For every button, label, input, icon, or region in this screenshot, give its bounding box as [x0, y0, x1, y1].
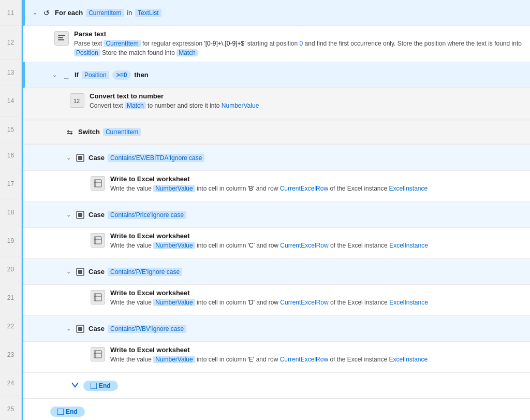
foreach-icon: ↺ [41, 8, 52, 18]
convert-desc: Convert text Match to number and store i… [90, 101, 524, 110]
end-switch-row: End [23, 373, 530, 399]
collapse-foreach[interactable]: ⌄ [31, 9, 38, 16]
case2-keyword: Case [89, 211, 105, 219]
line-num-21: 21 [0, 282, 21, 313]
case3-row: ⌄ Case Contains'P/E'Ignore case [23, 259, 530, 285]
parse-mid2: starting at position [247, 40, 300, 47]
svg-rect-20 [78, 327, 82, 331]
write-c-content: Write to Excel worksheet Write the value… [110, 232, 524, 250]
write-b-content: Write to Excel worksheet Write the value… [110, 175, 524, 193]
write-b-row: Write to Excel worksheet Write the value… [23, 171, 530, 202]
write-d-var1: NumberValue [153, 299, 195, 306]
parse-content: Parse text Parse text CurrentItem for re… [74, 30, 524, 57]
case4-icon [75, 324, 85, 334]
write-c-row2: CurrentExcelRow [280, 242, 328, 249]
write-b-col: 'B' [248, 185, 255, 192]
svg-rect-5 [78, 156, 82, 160]
if-keyword: If [75, 71, 79, 79]
collapse-if[interactable]: ⌄ [51, 71, 58, 78]
case2-header: ⌄ Case Contains'Price'Ignore case [23, 204, 530, 226]
parse-desc: Parse text CurrentItem for regular expre… [74, 39, 524, 57]
write-d-desc: Write the value NumberValue into cell in… [110, 298, 524, 307]
write-e-title: Write to Excel worksheet [110, 346, 524, 354]
svg-rect-6 [94, 180, 101, 187]
case3-icon [75, 267, 85, 277]
conv-pre: Convert text [90, 102, 123, 109]
line-num-20: 20 [0, 256, 21, 282]
parse-icon [54, 31, 69, 46]
svg-text:12: 12 [73, 98, 80, 104]
parse-matchvar: Match [176, 49, 198, 56]
if-var: Position [82, 71, 109, 79]
parse-var1: CurrentItem [104, 40, 140, 47]
collapse-case4[interactable]: ⌄ [65, 325, 72, 332]
convert-title: Convert text to number [90, 92, 524, 100]
write-e-content: Write to Excel worksheet Write the value… [110, 346, 524, 364]
write-d-inst: ExcelInstance [389, 299, 428, 306]
line-numbers: 11 12 13 14 15 16 17 18 19 20 21 22 23 2… [0, 0, 22, 420]
write-b-title: Write to Excel worksheet [110, 175, 524, 183]
collapse-case1[interactable]: ⌄ [65, 154, 72, 161]
line-num-18: 18 [0, 199, 21, 225]
switch-row: ⇆ Switch CurrentItem [23, 119, 530, 145]
case2-icon [75, 210, 85, 220]
svg-rect-24 [91, 383, 97, 389]
write-d-content: Write to Excel worksheet Write the value… [110, 289, 524, 307]
foreach-collection: TextList [135, 9, 161, 17]
foreach-keyword: For each [55, 9, 83, 17]
write-e-desc: Write the value NumberValue into cell in… [110, 355, 524, 364]
foreach-var: CurrentItem [86, 9, 124, 17]
write-b-desc: Write the value NumberValue into cell in… [110, 184, 524, 193]
parse-mid: for regular expression [142, 40, 204, 47]
parse-end: Store the match found into [102, 49, 176, 56]
conv-var1: Match [125, 102, 146, 109]
convert-icon: 12 [70, 93, 84, 108]
conv-mid: to number and store it into [148, 102, 222, 109]
write-b-row2: CurrentExcelRow [280, 185, 328, 192]
write-c-var1: NumberValue [153, 242, 195, 249]
case1-icon [75, 153, 85, 163]
case1-row: ⌄ Case Contains'EV/EBITDA'Ignore case [23, 145, 530, 171]
svg-rect-1 [58, 37, 63, 38]
case4-keyword: Case [89, 325, 105, 332]
case4-row: ⌄ Case Contains'P/BV'Ignore case [23, 316, 530, 342]
write-c-row: Write to Excel worksheet Write the value… [23, 228, 530, 259]
if-op: >=0 [112, 70, 131, 80]
conv-var2: NumberValue [222, 102, 259, 109]
line-num-12: 12 [0, 26, 21, 60]
write-c-icon [91, 233, 105, 248]
write-c-title: Write to Excel worksheet [110, 232, 524, 240]
case3-header: ⌄ Case Contains'P/E'Ignore case [23, 261, 530, 283]
collapse-case2[interactable]: ⌄ [65, 211, 72, 218]
line-num-24: 24 [0, 370, 21, 396]
svg-rect-10 [78, 213, 82, 217]
end-switch-badge: End [83, 381, 118, 391]
line-num-14: 14 [0, 85, 21, 117]
switch-icon: ⇆ [65, 127, 75, 137]
svg-rect-21 [94, 351, 101, 358]
line-num-22: 22 [0, 313, 21, 339]
if-then: then [134, 71, 148, 79]
line-num-11: 11 [0, 0, 21, 26]
write-d-row: Write to Excel worksheet Write the value… [23, 285, 530, 316]
parse-text-row: Parse text Parse text CurrentItem for re… [23, 26, 530, 62]
line-num-15: 15 [0, 117, 21, 142]
convert-row: 12 Convert text to number Convert text M… [23, 88, 530, 119]
parse-mid3: and find the first occurrence only. Stor… [305, 40, 522, 47]
foreach-header: ⌄ ↺ For each CurrentItem in TextList [25, 2, 530, 24]
parse-pre: Parse text [74, 40, 102, 47]
case1-cond: Contains'EV/EBITDA'Ignore case [108, 154, 204, 162]
line-num-23: 23 [0, 339, 21, 370]
line-num-25: 25 [0, 396, 21, 420]
foreach-row: ⌄ ↺ For each CurrentItem in TextList [23, 0, 530, 26]
svg-rect-15 [78, 270, 82, 274]
parse-regex: '[0-9]+\.[0-9]+$' [204, 40, 245, 47]
collapse-case3[interactable]: ⌄ [65, 268, 72, 275]
parse-pos: 0 [300, 40, 303, 47]
write-e-var1: NumberValue [153, 356, 195, 363]
line-num-16: 16 [0, 142, 21, 168]
case3-cond: Contains'P/E'Ignore case [108, 268, 182, 276]
line-num-13: 13 [0, 60, 21, 85]
convert-content: Convert text to number Convert text Matc… [90, 92, 524, 110]
svg-rect-25 [57, 409, 64, 415]
